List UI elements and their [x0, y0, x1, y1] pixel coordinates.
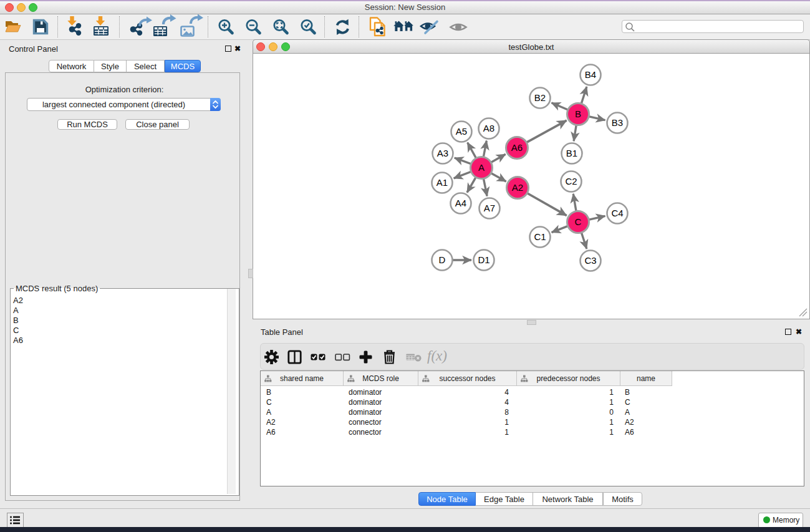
svg-text:C1: C1 — [534, 231, 546, 242]
svg-text:A7: A7 — [484, 203, 495, 213]
svg-text:B: B — [575, 109, 581, 119]
svg-text:A1: A1 — [436, 177, 448, 188]
svg-text:C2: C2 — [565, 176, 577, 186]
svg-text:B1: B1 — [566, 148, 577, 158]
svg-text:A8: A8 — [483, 123, 494, 133]
svg-text:B3: B3 — [612, 117, 623, 128]
svg-text:C3: C3 — [584, 255, 596, 266]
svg-text:A: A — [478, 162, 485, 173]
svg-text:B2: B2 — [534, 92, 546, 103]
svg-text:C4: C4 — [611, 208, 623, 218]
svg-text:A4: A4 — [455, 198, 466, 208]
svg-text:A2: A2 — [512, 182, 523, 193]
svg-text:D1: D1 — [478, 254, 489, 265]
svg-text:C: C — [575, 216, 582, 227]
svg-text:A3: A3 — [437, 148, 448, 158]
svg-text:A5: A5 — [456, 126, 467, 137]
svg-text:A6: A6 — [511, 142, 523, 153]
svg-text:D: D — [439, 254, 446, 265]
svg-text:B4: B4 — [585, 69, 596, 80]
